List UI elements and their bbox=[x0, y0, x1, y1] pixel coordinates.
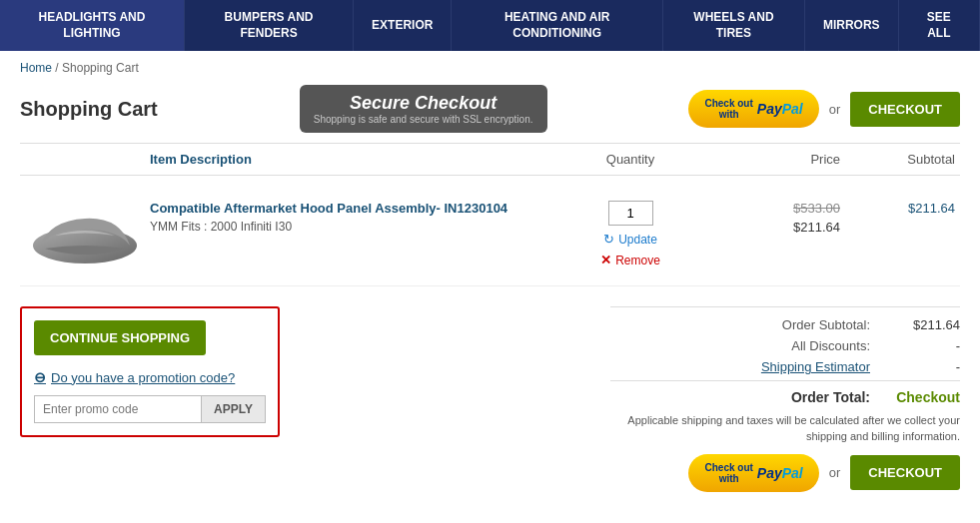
item-quantity: ↻ Update ✕ Remove bbox=[570, 201, 690, 267]
nav-item-heating[interactable]: HEATING AND AIR CONDITIONING bbox=[452, 0, 662, 51]
nav-item-exterior[interactable]: EXTERIOR bbox=[354, 0, 452, 51]
minus-circle-icon: ⊖ bbox=[34, 369, 46, 385]
item-details: Compatible Aftermarket Hood Panel Assemb… bbox=[150, 201, 570, 234]
update-label: Update bbox=[618, 233, 657, 247]
nav-item-bumpers[interactable]: BUMPERS AND FENDERS bbox=[185, 0, 354, 51]
order-subtotal-row: Order Subtotal: $211.64 bbox=[610, 317, 960, 332]
secure-checkout-badge: Secure Checkout Shopping is safe and sec… bbox=[300, 85, 547, 133]
quantity-input[interactable] bbox=[608, 201, 653, 226]
paypal-checkout-button[interactable]: Check outwith PayPal bbox=[688, 90, 818, 128]
shipping-estimator-row: Shipping Estimator - bbox=[610, 359, 960, 374]
secure-badge-subtitle: Shopping is safe and secure with SSL enc… bbox=[314, 114, 533, 125]
order-total-value: Checkout bbox=[890, 389, 960, 405]
col-quantity: Quantity bbox=[570, 152, 690, 167]
column-headers: Item Description Quantity Price Subtotal bbox=[20, 143, 960, 176]
nav-item-mirrors[interactable]: MIRRORS bbox=[805, 0, 899, 51]
breadcrumb-current: Shopping Cart bbox=[62, 61, 139, 75]
paypal-label-bottom: Check outwith bbox=[704, 462, 752, 484]
order-total-row: Order Total: Checkout bbox=[610, 380, 960, 405]
nav-item-wheels[interactable]: WHEELS AND TIRES bbox=[663, 0, 805, 51]
cart-item-row: Compatible Aftermarket Hood Panel Assemb… bbox=[20, 186, 960, 286]
promo-container: CONTINUE SHOPPING ⊖ Do you have a promot… bbox=[20, 306, 280, 437]
breadcrumb-home-link[interactable]: Home bbox=[20, 61, 52, 75]
right-section: Order Subtotal: $211.64 All Discounts: -… bbox=[610, 306, 960, 492]
cart-header: Shopping Cart Secure Checkout Shopping i… bbox=[20, 85, 960, 133]
shipping-estimator-link[interactable]: Shipping Estimator bbox=[740, 359, 870, 374]
order-subtotal-value: $211.64 bbox=[890, 317, 960, 332]
update-link[interactable]: ↻ Update bbox=[603, 232, 657, 247]
shipping-value: - bbox=[890, 359, 960, 374]
paypal-checkout-button-bottom[interactable]: Check outwith PayPal bbox=[688, 454, 818, 492]
or-separator-bottom: or bbox=[829, 465, 841, 480]
promo-code-link[interactable]: ⊖ Do you have a promotion code? bbox=[34, 369, 266, 385]
checkout-button-bottom[interactable]: CHECKOUT bbox=[850, 455, 960, 490]
remove-label: Remove bbox=[615, 254, 660, 267]
col-subtotal: Subtotal bbox=[840, 152, 960, 167]
item-price: $533.00 $211.64 bbox=[690, 201, 840, 235]
item-image bbox=[20, 201, 150, 270]
bottom-checkout-actions: Check outwith PayPal or CHECKOUT bbox=[610, 454, 960, 492]
checkout-button[interactable]: CHECKOUT bbox=[850, 92, 960, 127]
breadcrumb: Home / Shopping Cart bbox=[0, 51, 980, 85]
order-subtotal-label: Order Subtotal: bbox=[740, 317, 870, 332]
navigation-bar: HEADLIGHTS AND LIGHTING BUMPERS AND FEND… bbox=[0, 0, 980, 51]
item-ymm: YMM Fits : 2000 Infiniti I30 bbox=[150, 220, 570, 234]
paypal-checkout-label: Check outwith bbox=[704, 98, 752, 120]
all-discounts-label: All Discounts: bbox=[740, 338, 870, 353]
refresh-icon: ↻ bbox=[603, 232, 614, 247]
item-name-link[interactable]: Compatible Aftermarket Hood Panel Assemb… bbox=[150, 201, 570, 216]
price-original: $533.00 bbox=[690, 201, 840, 216]
paypal-logo-bottom: PayPal bbox=[757, 465, 803, 481]
secure-badge-title: Secure Checkout bbox=[314, 93, 533, 114]
left-section: CONTINUE SHOPPING ⊖ Do you have a promot… bbox=[20, 306, 590, 492]
all-discounts-value: - bbox=[890, 338, 960, 353]
apply-promo-button[interactable]: APPLY bbox=[202, 395, 266, 423]
checkout-actions: Check outwith PayPal or CHECKOUT bbox=[688, 90, 960, 128]
price-sale: $211.64 bbox=[690, 220, 840, 235]
item-image-svg bbox=[30, 201, 140, 270]
remove-link[interactable]: ✕ Remove bbox=[600, 253, 660, 267]
nav-item-see-all[interactable]: SEE ALL bbox=[899, 0, 980, 51]
order-total-label: Order Total: bbox=[740, 389, 870, 405]
main-content: Shopping Cart Secure Checkout Shopping i… bbox=[0, 85, 980, 512]
promo-code-input[interactable] bbox=[34, 395, 202, 423]
col-price: Price bbox=[690, 152, 840, 167]
nav-item-headlights[interactable]: HEADLIGHTS AND LIGHTING bbox=[0, 0, 185, 51]
promo-link-label: Do you have a promotion code? bbox=[51, 370, 235, 385]
cart-title: Shopping Cart bbox=[20, 98, 158, 121]
order-summary: Order Subtotal: $211.64 All Discounts: -… bbox=[610, 306, 960, 405]
shipping-note: Applicable shipping and taxes will be ca… bbox=[610, 413, 960, 444]
paypal-logo: PayPal bbox=[757, 101, 803, 117]
promo-input-row: APPLY bbox=[34, 395, 266, 423]
or-separator: or bbox=[829, 102, 841, 117]
item-subtotal: $211.64 bbox=[840, 201, 960, 216]
continue-shopping-button[interactable]: CONTINUE SHOPPING bbox=[34, 320, 206, 355]
x-icon: ✕ bbox=[600, 253, 611, 267]
all-discounts-row: All Discounts: - bbox=[610, 338, 960, 353]
order-total-checkout-link[interactable]: Checkout bbox=[896, 389, 960, 405]
bottom-section: CONTINUE SHOPPING ⊖ Do you have a promot… bbox=[20, 306, 960, 492]
col-description: Item Description bbox=[20, 152, 570, 167]
